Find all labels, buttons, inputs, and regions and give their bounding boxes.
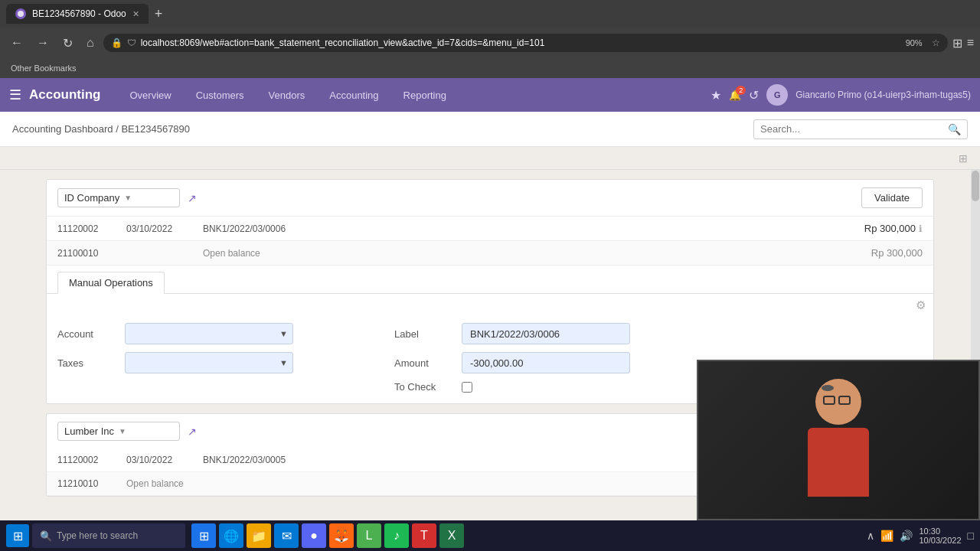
nav-item-vendors[interactable]: Vendors (258, 83, 316, 107)
taskbar-right: ∧ 📶 🔊 10:3010/03/2022 □ (867, 527, 974, 545)
account-input-wrap[interactable]: ▼ (125, 323, 293, 344)
person-silhouette (792, 379, 884, 501)
tab-manual-operations[interactable]: Manual Operations (57, 272, 165, 294)
system-tray-icon[interactable]: ∧ (867, 530, 874, 542)
label-label: Label (394, 328, 456, 340)
network-icon[interactable]: 📶 (880, 530, 893, 542)
taskbar-app-explorer[interactable]: 📁 (247, 523, 271, 548)
back-button[interactable]: ← (6, 33, 28, 53)
odoo-nav-items: Overview Customers Vendors Accounting Re… (119, 83, 711, 107)
lumber-balance-id: 11210010 (57, 478, 111, 489)
account-input[interactable] (126, 328, 275, 340)
volume-icon[interactable]: 🔊 (900, 530, 913, 542)
taxes-label: Taxes (57, 357, 119, 369)
lumber-txn-id: 11120002 (57, 455, 111, 465)
info-icon[interactable]: ℹ (919, 223, 923, 234)
scrollbar-thumb[interactable] (972, 171, 979, 201)
lumber-external-link-icon[interactable]: ↗ (188, 425, 197, 438)
shield-icon: 🛡 (127, 37, 136, 48)
tab-title: BE1234567890 - Odoo (32, 8, 126, 19)
breadcrumb: Accounting Dashboard / BE1234567890 (12, 123, 753, 135)
settings-area: ⚙ (47, 294, 933, 312)
left-glass (823, 396, 835, 405)
right-glass (838, 396, 851, 405)
panel-header: ID Company ▼ ↗ Validate (47, 180, 933, 217)
browser-tab[interactable]: BE1234567890 - Odoo ✕ (6, 4, 149, 24)
label-value[interactable]: BNK1/2022/03/0006 (462, 323, 630, 344)
transaction-date: 03/10/2022 (126, 223, 188, 234)
gear-icon[interactable]: ⚙ (916, 298, 926, 312)
taskbar-app-excel[interactable]: X (439, 523, 464, 548)
odoo-hamburger-icon[interactable]: ☰ (9, 86, 21, 103)
notification-count: 2 (736, 86, 746, 95)
browser-navbar: ← → ↻ ⌂ 🔒 🛡 localhost:8069/web#action=ba… (0, 28, 980, 58)
taskbar-app-line[interactable]: L (357, 523, 381, 548)
notifications-icon[interactable]: □ (968, 530, 974, 542)
star-icon[interactable]: ★ (710, 88, 721, 103)
account-field-row: Account ▼ (57, 323, 302, 344)
tab-close-button[interactable]: ✕ (132, 9, 139, 19)
odoo-topbar: ☰ Accounting Overview Customers Vendors … (0, 78, 980, 112)
label-row: Label BNK1/2022/03/0006 (394, 323, 923, 344)
search-input[interactable] (760, 123, 943, 135)
validate-button[interactable]: Validate (861, 187, 923, 208)
person-body (808, 428, 869, 497)
address-bar[interactable]: 🔒 🛡 localhost:8069/web#action=bank_state… (103, 34, 948, 52)
grid-icon[interactable]: ⊞ (959, 152, 968, 165)
bookmark-other[interactable]: Other Bookmarks (6, 62, 81, 74)
to-check-label: To Check (394, 381, 456, 393)
taskbar-app-edge[interactable]: 🌐 (219, 523, 243, 548)
bookmarks-bar: Other Bookmarks (0, 58, 980, 78)
company-select[interactable]: ID Company ▼ (57, 188, 180, 207)
notification-badge[interactable]: 🔔2 (729, 90, 741, 101)
taskbar-apps: ⊞ 🌐 📁 ✉ ● 🦊 L ♪ T X (191, 523, 464, 548)
taskbar-app-mail[interactable]: ✉ (274, 523, 299, 548)
taskbar-clock: 10:3010/03/2022 (919, 527, 961, 545)
amount-label: Amount (394, 357, 456, 369)
nav-item-accounting[interactable]: Accounting (318, 83, 389, 107)
to-check-checkbox[interactable] (462, 382, 472, 393)
taskbar-app-firefox[interactable]: 🦊 (329, 523, 354, 548)
breadcrumb-dashboard[interactable]: Accounting Dashboard (12, 123, 113, 135)
lumber-txn-date: 03/10/2022 (126, 455, 188, 465)
lumber-company-label: Lumber Inc (64, 425, 114, 437)
account-label: Account (57, 328, 119, 340)
browser-menu-icon[interactable]: ≡ (967, 36, 974, 50)
lumber-chevron-icon: ▼ (119, 427, 126, 435)
transaction-ref: BNK1/2022/03/0006 (203, 223, 849, 234)
home-button[interactable]: ⌂ (82, 33, 99, 53)
taxes-dropdown-arrow[interactable]: ▼ (275, 358, 292, 367)
external-link-icon[interactable]: ↗ (188, 192, 197, 204)
new-tab-button[interactable]: + (155, 6, 163, 22)
odoo-app-title: Accounting (29, 87, 101, 103)
balance-amount: Rp 300,000 (871, 247, 923, 259)
taxes-input-wrap[interactable]: ▼ (125, 352, 293, 373)
address-text[interactable]: localhost:8069/web#action=bank_statement… (141, 37, 892, 48)
nav-item-reporting[interactable]: Reporting (393, 83, 457, 107)
lumber-company-select[interactable]: Lumber Inc ▼ (57, 422, 180, 441)
refresh-icon[interactable]: ↺ (749, 88, 759, 103)
content-toolbar: ⊞ (0, 147, 980, 170)
form-left: Account ▼ Taxes ▼ (57, 323, 302, 393)
nav-item-overview[interactable]: Overview (119, 83, 182, 107)
taxes-input[interactable] (126, 357, 275, 369)
account-dropdown-arrow[interactable]: ▼ (275, 329, 292, 338)
taskbar-search-icon: 🔍 (40, 530, 52, 542)
amount-value[interactable]: -300,000.00 (462, 352, 630, 373)
user-name[interactable]: Giancarlo Primo (o14-uierp3-irham-tugas5… (795, 90, 971, 100)
taskbar-app-tasklist[interactable]: ⊞ (191, 523, 216, 548)
start-button[interactable]: ⊞ (6, 524, 29, 547)
taskbar-app-spotify[interactable]: ♪ (384, 523, 409, 548)
bookmark-icon[interactable]: ☆ (932, 37, 940, 48)
extensions-icon[interactable]: ⊞ (952, 36, 962, 51)
forward-button[interactable]: → (32, 33, 54, 53)
balance-row: 21100010 Open balance Rp 300,000 (47, 241, 933, 266)
taskbar-search[interactable]: 🔍 Type here to search (32, 523, 185, 548)
taskbar-app-discord[interactable]: ● (302, 523, 326, 548)
search-icon: 🔍 (948, 123, 961, 135)
browser-nav-right: ⊞ ≡ (952, 36, 974, 51)
reload-button[interactable]: ↻ (58, 33, 77, 54)
breadcrumb-record[interactable]: BE1234567890 (121, 123, 190, 135)
nav-item-customers[interactable]: Customers (185, 83, 255, 107)
taskbar-app-teams[interactable]: T (412, 523, 436, 548)
